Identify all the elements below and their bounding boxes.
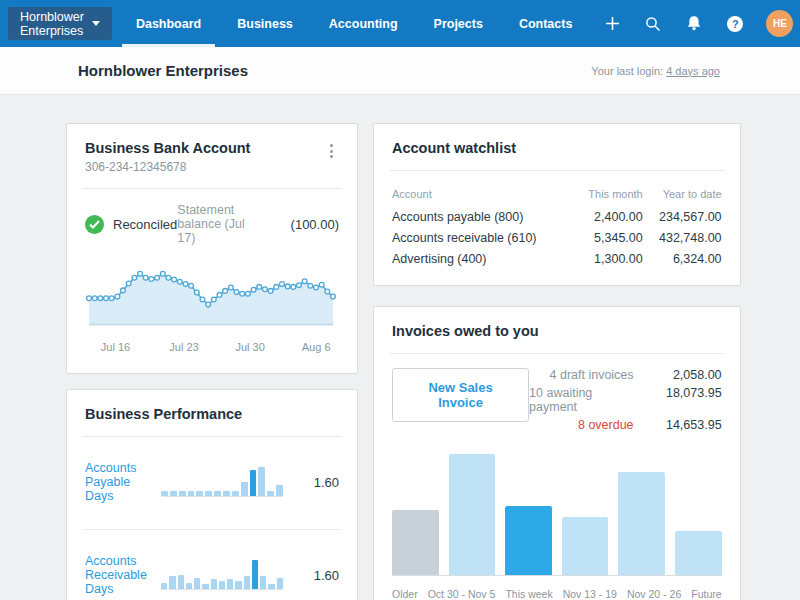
col-year-to-date: Year to date (643, 185, 722, 206)
help-icon: ? (727, 16, 743, 32)
bar (268, 584, 274, 589)
tab-dashboard[interactable]: Dashboard (130, 0, 207, 47)
bar (252, 560, 258, 589)
bar (169, 576, 175, 589)
stat-row-draft: 4 draft invoices 2,058.00 (529, 368, 722, 382)
last-login: Your last login: 4 days ago (591, 65, 720, 77)
org-selector[interactable]: Hornblower Enterprises (8, 7, 112, 40)
sparkline-x-labels: Jul 16 Jul 23 Jul 30 Aug 6 (85, 341, 339, 357)
performance-card-title: Business Performance (85, 406, 339, 422)
bar (161, 491, 168, 497)
bar (194, 578, 200, 589)
avatar-initials: HE (773, 18, 787, 29)
bar (562, 517, 609, 575)
payable-days-link[interactable]: Accounts Payable Days (85, 461, 147, 503)
bar (258, 467, 265, 496)
bank-sparkline-chart (85, 257, 339, 327)
bar (219, 581, 225, 589)
account-name: Accounts payable (800) (392, 206, 574, 227)
bank-account-number: 306-234-12345678 (85, 160, 250, 174)
org-selector-label: Hornblower Enterprises (20, 10, 84, 38)
invoices-summary: New Sales Invoice 4 draft invoices 2,058… (392, 368, 722, 432)
search-icon (645, 16, 661, 32)
invoices-owed-card: Invoices owed to you New Sales Invoice 4… (373, 306, 741, 600)
reconciled-label: Reconciled (113, 217, 177, 232)
bar (179, 491, 186, 497)
search-button[interactable] (643, 14, 663, 34)
bar (188, 491, 195, 497)
x-tick-label: Jul 16 (101, 341, 130, 353)
stat-row-overdue: 8 overdue 14,653.95 (529, 418, 722, 432)
divider (390, 353, 724, 354)
x-tick-label: Jul 30 (235, 341, 264, 353)
account-watchlist-card: Account watchlist Account This month Yea… (373, 123, 741, 286)
draft-invoices-label: 4 draft invoices (550, 368, 634, 382)
bar (186, 583, 192, 589)
page-title: Hornblower Enterprises (78, 62, 248, 79)
bar (267, 491, 274, 497)
bar (618, 472, 665, 575)
table-row: Accounts receivable (610) 5,345.00 432,7… (392, 227, 722, 248)
help-button[interactable]: ? (725, 14, 745, 34)
tab-contacts[interactable]: Contacts (513, 0, 578, 47)
performance-row: Accounts Payable Days 1.60 (85, 451, 339, 515)
notifications-button[interactable] (684, 14, 704, 34)
this-month-value: 1,300.00 (574, 248, 643, 269)
draft-invoices-value: 2,058.00 (634, 368, 722, 382)
awaiting-payment-value: 18,073.95 (638, 386, 722, 414)
watchlist-card-title: Account watchlist (392, 140, 722, 156)
top-navbar: Hornblower Enterprises Dashboard Busines… (0, 0, 800, 47)
help-glyph: ? (732, 18, 739, 30)
bar (227, 579, 233, 589)
kebab-menu-icon[interactable] (324, 140, 339, 162)
bar (232, 491, 239, 497)
awaiting-payment-label: 10 awaiting payment (529, 386, 638, 414)
bar (161, 583, 167, 589)
bar (250, 470, 257, 496)
table-row: Advertising (400) 1,300.00 6,324.00 (392, 248, 722, 269)
add-button[interactable] (602, 14, 622, 34)
bar (260, 576, 266, 589)
bar-label: Older (392, 588, 418, 600)
right-column: Account watchlist Account This month Yea… (373, 123, 741, 600)
check-icon (85, 215, 104, 234)
watchlist-table: Account This month Year to date Accounts… (392, 185, 722, 269)
receivable-days-link[interactable]: Accounts Receivable Days (85, 554, 147, 596)
bar (392, 510, 439, 575)
table-row: Accounts payable (800) 2,400.00 234,567.… (392, 206, 722, 227)
bar (235, 581, 241, 589)
this-month-value: 5,345.00 (574, 227, 643, 248)
new-sales-invoice-button[interactable]: New Sales Invoice (392, 368, 529, 422)
last-login-label: Your last login: (591, 65, 663, 77)
invoice-stats: 4 draft invoices 2,058.00 10 awaiting pa… (529, 368, 722, 432)
bank-card-header: Business Bank Account 306-234-12345678 (85, 140, 339, 174)
bell-icon (686, 15, 702, 32)
invoices-card-title: Invoices owed to you (392, 323, 722, 339)
bar-label: Nov 20 - 26 (627, 588, 681, 600)
tab-business[interactable]: Business (231, 0, 299, 47)
bar-label: This week (505, 588, 552, 600)
tab-accounting[interactable]: Accounting (323, 0, 404, 47)
bar (277, 578, 283, 589)
navbar-actions: ? HE (602, 10, 793, 37)
bar (202, 584, 208, 589)
dashboard-main: Business Bank Account 306-234-12345678 R… (0, 95, 800, 600)
tab-projects[interactable]: Projects (428, 0, 489, 47)
statement-balance-label: Statement balance (Jul 17) (177, 203, 264, 245)
bar-label: Nov 13 - 19 (563, 588, 617, 600)
bar (241, 482, 248, 497)
year-to-date-value: 6,324.00 (643, 248, 722, 269)
chevron-down-icon (92, 21, 100, 26)
avatar[interactable]: HE (766, 10, 793, 37)
performance-row: Accounts Receivable Days 1.60 (85, 544, 339, 600)
account-name: Accounts receivable (610) (392, 227, 574, 248)
last-login-link[interactable]: 4 days ago (666, 65, 720, 77)
bar (178, 575, 184, 590)
reconciled-status-row: Reconciled Statement balance (Jul 17) (1… (85, 203, 339, 245)
bar (449, 454, 496, 575)
bar (505, 506, 552, 575)
business-performance-card: Business Performance Accounts Payable Da… (66, 389, 358, 600)
divider (83, 436, 341, 437)
overdue-value: 14,653.95 (634, 418, 722, 432)
stat-row-awaiting: 10 awaiting payment 18,073.95 (529, 386, 722, 414)
